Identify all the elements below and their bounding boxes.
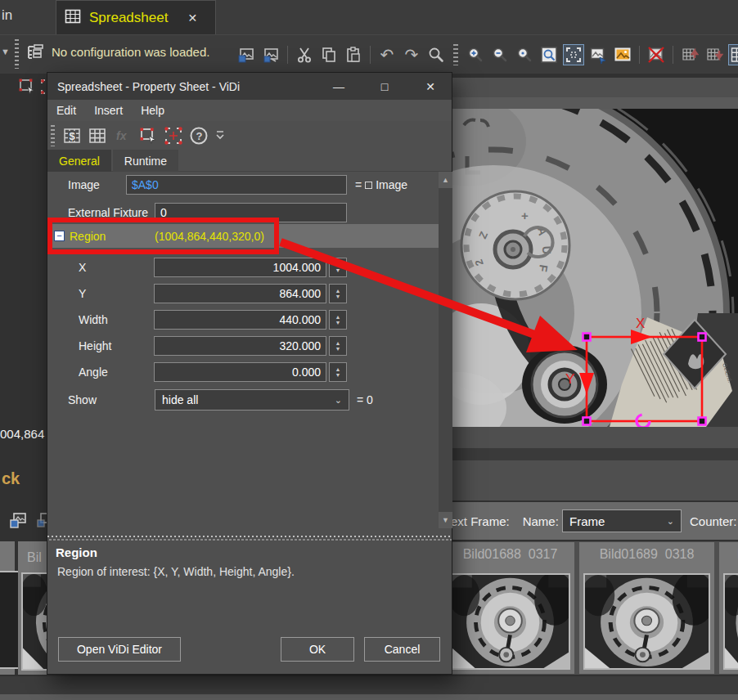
frame-name-select[interactable]: Frame ⌄ bbox=[562, 509, 682, 532]
y-spinner[interactable]: ▲▼ bbox=[329, 284, 347, 303]
fit-image-icon[interactable] bbox=[563, 44, 584, 65]
thumbnail-2-image[interactable] bbox=[583, 573, 710, 670]
dialog-toolbar: $ fx ? bbox=[47, 121, 452, 150]
image-input[interactable]: $A$0 bbox=[126, 175, 347, 195]
roi-handle-top-right[interactable] bbox=[699, 334, 706, 341]
close-icon[interactable]: ✕ bbox=[414, 73, 447, 100]
thumbnail-3[interactable]: B bbox=[719, 542, 738, 674]
svg-text:?: ? bbox=[196, 130, 203, 142]
zoom-window-icon[interactable] bbox=[538, 44, 560, 65]
roi-handle-top-left[interactable] bbox=[583, 334, 591, 341]
region-row[interactable]: − Region (1004,864,440,320,0) bbox=[47, 224, 439, 248]
x-input[interactable]: 1004.000 bbox=[154, 258, 326, 277]
panel-spacer bbox=[452, 460, 738, 500]
external-fixture-input[interactable]: 0 bbox=[155, 203, 347, 222]
redo-icon[interactable]: ↷ bbox=[401, 44, 422, 65]
width-input[interactable]: 440.000 bbox=[154, 310, 326, 330]
angle-label: Angle bbox=[79, 366, 108, 379]
maximize-icon[interactable]: □ bbox=[368, 73, 401, 100]
svg-text:fx: fx bbox=[116, 129, 128, 142]
cell-value-overlay: 004,864 bbox=[0, 427, 44, 441]
image-display-icon[interactable] bbox=[612, 44, 633, 65]
dialog-titlebar[interactable]: Spreadsheet - Property Sheet - ViDi — □ … bbox=[47, 73, 452, 100]
grid-insert-icon[interactable] bbox=[679, 44, 700, 65]
thumbnail-1-image[interactable] bbox=[450, 573, 570, 670]
edit-region-partial-icon[interactable] bbox=[18, 78, 36, 99]
show-select[interactable]: hide all ⌄ bbox=[155, 389, 349, 411]
menu-insert[interactable]: Insert bbox=[94, 104, 123, 117]
image-panel-ruler bbox=[452, 97, 738, 109]
menu-help[interactable]: Help bbox=[141, 104, 164, 117]
tab-label: Spreadsheet bbox=[89, 10, 168, 26]
currency-cell-icon[interactable]: $ bbox=[62, 126, 82, 146]
image-viewer[interactable]: A U F + Z 2 bbox=[452, 109, 738, 427]
toolbar-overflow-icon[interactable]: ▼ bbox=[1, 47, 10, 56]
tab-runtime[interactable]: Runtime bbox=[113, 150, 178, 172]
grid-show-icon[interactable] bbox=[728, 44, 738, 65]
toolbar-separator bbox=[639, 46, 640, 64]
zoom-out-icon[interactable] bbox=[489, 44, 511, 65]
zoom-in-icon[interactable] bbox=[465, 44, 486, 65]
angle-input[interactable]: 0.000 bbox=[154, 362, 326, 382]
cancel-button[interactable]: Cancel bbox=[364, 637, 440, 662]
scroll-down-icon[interactable]: ▼ bbox=[439, 512, 452, 528]
thumbnail-left-partial-1[interactable] bbox=[0, 541, 15, 675]
cut-icon[interactable] bbox=[294, 44, 315, 65]
ok-button[interactable]: OK bbox=[281, 637, 354, 662]
grid-delete-icon[interactable] bbox=[704, 44, 725, 65]
splitter-handle[interactable] bbox=[47, 536, 452, 541]
image-pan-icon[interactable] bbox=[587, 44, 609, 65]
y-input[interactable]: 864.000 bbox=[154, 284, 326, 303]
tree-view-icon[interactable] bbox=[25, 43, 46, 67]
scroll-up-icon[interactable]: ▲ bbox=[439, 172, 452, 188]
thumbnail-2[interactable]: Bild01689 0318 bbox=[579, 542, 714, 674]
property-sheet-dialog: Spreadsheet - Property Sheet - ViDi — □ … bbox=[47, 72, 452, 675]
open-image-icon[interactable] bbox=[236, 44, 257, 65]
collapse-icon[interactable]: − bbox=[54, 231, 65, 241]
undo-icon[interactable]: ↶ bbox=[376, 44, 398, 65]
copy-icon[interactable] bbox=[318, 44, 340, 65]
height-input[interactable]: 320.000 bbox=[154, 336, 326, 356]
roi-handle-bottom-left[interactable] bbox=[583, 418, 591, 425]
tab-spreadsheet[interactable]: Spreadsheet ✕ bbox=[56, 0, 216, 34]
edit-region-icon[interactable] bbox=[138, 126, 158, 146]
dialog-title: Spreadsheet - Property Sheet - ViDi bbox=[57, 80, 240, 93]
dialog-tabs: General Runtime bbox=[47, 150, 452, 172]
x-spinner[interactable]: ▲▼ bbox=[329, 258, 347, 277]
tab-main-partial[interactable]: in bbox=[2, 7, 12, 24]
zoom-actual-icon[interactable] bbox=[514, 44, 535, 65]
toolbar-grip[interactable] bbox=[453, 44, 458, 65]
width-spinner[interactable]: ▲▼ bbox=[329, 310, 347, 330]
angle-spinner[interactable]: ▲▼ bbox=[329, 362, 347, 382]
height-spinner[interactable]: ▲▼ bbox=[329, 336, 347, 356]
dialog-menubar: Edit Insert Help bbox=[47, 100, 452, 121]
property-scrollbar[interactable]: ▲ ▼ bbox=[439, 172, 452, 528]
image-copy-icon[interactable] bbox=[8, 510, 29, 534]
description-text: Region of interest: {X, Y, Width, Height… bbox=[57, 565, 295, 578]
function-icon: fx bbox=[113, 126, 133, 146]
save-image-icon[interactable] bbox=[260, 44, 281, 65]
find-icon[interactable] bbox=[425, 44, 447, 65]
thumbnail-left-label: Bil bbox=[27, 550, 42, 565]
fit-region-icon[interactable] bbox=[164, 126, 183, 146]
roi-handle-bottom-right[interactable] bbox=[699, 418, 706, 425]
toolbar-separator bbox=[370, 46, 371, 64]
tab-bar: in Spreadsheet ✕ bbox=[0, 0, 738, 34]
toolbar-grip[interactable] bbox=[15, 39, 19, 69]
thumbnail-1[interactable]: Bild01688 0317 bbox=[446, 542, 574, 674]
open-vidi-editor-button[interactable]: Open ViDi Editor bbox=[58, 637, 181, 662]
tab-general[interactable]: General bbox=[47, 150, 111, 172]
overflow-chevron-icon[interactable] bbox=[214, 126, 226, 146]
help-icon[interactable]: ? bbox=[189, 126, 209, 146]
toolbar-grip[interactable] bbox=[51, 125, 55, 146]
app-window: in Spreadsheet ✕ ▼ No configuration was … bbox=[0, 0, 738, 700]
image-none-icon[interactable] bbox=[646, 44, 667, 65]
minimize-icon[interactable]: — bbox=[322, 73, 355, 100]
menu-edit[interactable]: Edit bbox=[56, 104, 76, 117]
thumbnail-3-image[interactable] bbox=[723, 573, 738, 670]
paste-icon[interactable] bbox=[343, 44, 364, 65]
table-icon[interactable] bbox=[88, 126, 107, 146]
thumbnail-1-label: Bild01688 0317 bbox=[446, 547, 574, 562]
svg-text:$: $ bbox=[70, 129, 76, 141]
tab-close-icon[interactable]: ✕ bbox=[187, 11, 197, 25]
